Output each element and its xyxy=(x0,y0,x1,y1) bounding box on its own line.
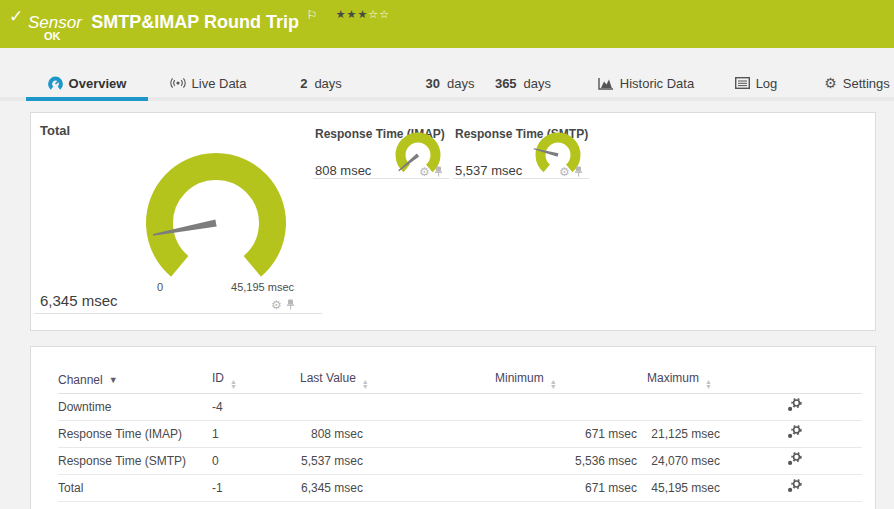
sort-icon: ▲▼ xyxy=(705,379,712,389)
tab-label: Overview xyxy=(69,76,127,91)
tile-actions: ⚙ xyxy=(271,299,295,310)
channel-gear-icon[interactable]: ⚙ xyxy=(271,300,282,310)
tab-label: Log xyxy=(756,76,778,91)
cell-maximum xyxy=(637,393,727,420)
cell-id: 0 xyxy=(212,447,300,474)
gauge-scale-max: 45,195 msec xyxy=(209,281,294,293)
cell-channel: Total xyxy=(58,474,212,501)
cell-channel: Response Time (SMTP) xyxy=(58,447,212,474)
channel-row[interactable]: Response Time (SMTP)05,537 msec5,536 mse… xyxy=(58,447,862,474)
cell-actions xyxy=(727,447,862,474)
cell-maximum: 24,070 msec xyxy=(637,447,727,474)
cell-last-value: 5,537 msec xyxy=(300,447,370,474)
gauge-value: 6,345 msec xyxy=(40,292,118,309)
total-gauge xyxy=(131,138,301,298)
channel-settings-icon[interactable] xyxy=(787,479,802,493)
priority-stars[interactable]: ★★★☆☆ xyxy=(336,8,390,21)
tab-30-days[interactable]: 30 days xyxy=(410,72,490,94)
pin-icon[interactable] xyxy=(434,166,443,177)
sensor-name: SMTP&IMAP Round Trip xyxy=(91,12,299,32)
tab-log[interactable]: Log xyxy=(716,72,796,94)
flag-icon[interactable]: ⚐ xyxy=(306,8,317,22)
tab-label: Historic Data xyxy=(620,76,694,91)
pin-icon[interactable] xyxy=(286,299,295,310)
cell-actions xyxy=(727,393,862,420)
tab-365-days[interactable]: 365 days xyxy=(483,72,563,94)
tab-label: Settings xyxy=(843,76,890,91)
channel-row[interactable]: Response Time (IMAP)1808 msec671 msec21,… xyxy=(58,420,862,447)
tile-actions: ⚙ xyxy=(559,166,583,177)
channels-panel: Channel▼ ID▲▼ Last Value▲▼ Minimum▲▼ Max… xyxy=(30,346,876,509)
cell-actions xyxy=(727,420,862,447)
gauge-title: Total xyxy=(40,123,70,138)
tab-number: 30 xyxy=(426,76,440,91)
pin-icon[interactable] xyxy=(574,166,583,177)
cell-actions xyxy=(727,474,862,501)
sort-desc-icon: ▼ xyxy=(109,375,118,385)
cell-maximum: 45,195 msec xyxy=(637,474,727,501)
channel-row[interactable]: Downtime-4 xyxy=(58,393,862,420)
cell-minimum: 671 msec xyxy=(495,420,637,447)
cell-id: -1 xyxy=(212,474,300,501)
gauge-scale-min: 0 xyxy=(157,281,163,293)
tab-number: 2 xyxy=(300,76,307,91)
cell-last-value: 808 msec xyxy=(300,420,370,447)
status-check-icon: ✓ xyxy=(9,6,23,27)
cell-spacer xyxy=(370,447,495,474)
tab-label: Live Data xyxy=(192,76,247,91)
column-header-maximum[interactable]: Maximum▲▼ xyxy=(637,367,727,393)
gauge-value: 808 msec xyxy=(315,163,371,178)
area-chart-icon xyxy=(598,77,614,90)
tile-divider xyxy=(34,313,322,314)
cell-channel: Downtime xyxy=(58,393,212,420)
column-header-channel[interactable]: Channel▼ xyxy=(58,367,212,393)
sort-icon: ▲▼ xyxy=(550,379,557,389)
active-tab-underline xyxy=(26,97,148,101)
tile-divider xyxy=(453,178,589,179)
channel-gear-icon[interactable]: ⚙ xyxy=(419,167,430,177)
channel-settings-icon[interactable] xyxy=(787,425,802,439)
sensor-title-line: Sensor SMTP&IMAP Round Trip ⚐ ★★★☆☆ xyxy=(28,8,390,33)
column-header-last-value[interactable]: Last Value▲▼ xyxy=(300,367,370,393)
sensor-header: ✓ Sensor SMTP&IMAP Round Trip ⚐ ★★★☆☆ OK xyxy=(0,0,894,48)
tile-divider xyxy=(313,178,449,179)
cell-id: -4 xyxy=(212,393,300,420)
tab-2-days[interactable]: 2 days xyxy=(281,72,361,94)
cell-minimum xyxy=(495,393,637,420)
sort-icon: ▲▼ xyxy=(230,379,237,389)
sort-icon: ▲▼ xyxy=(362,379,369,389)
cell-spacer xyxy=(370,393,495,420)
column-header-actions xyxy=(727,367,862,393)
channels-table: Channel▼ ID▲▼ Last Value▲▼ Minimum▲▼ Max… xyxy=(58,367,862,502)
channel-row[interactable]: Total-16,345 msec671 msec45,195 msec xyxy=(58,474,862,501)
gauge-value: 5,537 msec xyxy=(455,163,522,178)
channel-gear-icon[interactable]: ⚙ xyxy=(559,167,570,177)
tab-number: 365 xyxy=(495,76,517,91)
tab-live-data[interactable]: Live Data xyxy=(159,72,257,94)
column-header-id[interactable]: ID▲▼ xyxy=(212,367,300,393)
column-spacer xyxy=(370,367,495,393)
column-header-minimum[interactable]: Minimum▲▼ xyxy=(495,367,637,393)
prtg-sensor-page: ✓ Sensor SMTP&IMAP Round Trip ⚐ ★★★☆☆ OK… xyxy=(0,0,894,509)
cell-spacer xyxy=(370,474,495,501)
tab-settings[interactable]: ⚙ Settings xyxy=(820,72,894,94)
table-header-row: Channel▼ ID▲▼ Last Value▲▼ Minimum▲▼ Max… xyxy=(58,367,862,393)
tab-historic-data[interactable]: Historic Data xyxy=(596,72,696,94)
cell-minimum: 671 msec xyxy=(495,474,637,501)
gauge-icon xyxy=(48,76,63,91)
channel-settings-icon[interactable] xyxy=(787,398,802,412)
cell-maximum: 21,125 msec xyxy=(637,420,727,447)
cell-id: 1 xyxy=(212,420,300,447)
cell-spacer xyxy=(370,420,495,447)
live-data-icon xyxy=(170,77,186,89)
gauges-panel: Total 0 45,195 msec 6,345 msec ⚙ Respons… xyxy=(30,112,876,331)
status-badge: OK xyxy=(44,30,61,42)
cell-minimum: 5,536 msec xyxy=(495,447,637,474)
tab-label: days xyxy=(524,76,551,91)
channel-settings-icon[interactable] xyxy=(787,452,802,466)
log-list-icon xyxy=(735,77,750,89)
gear-icon: ⚙ xyxy=(824,75,837,91)
tab-overview[interactable]: Overview xyxy=(26,72,148,94)
tab-label: days xyxy=(447,76,474,91)
cell-last-value xyxy=(300,393,370,420)
